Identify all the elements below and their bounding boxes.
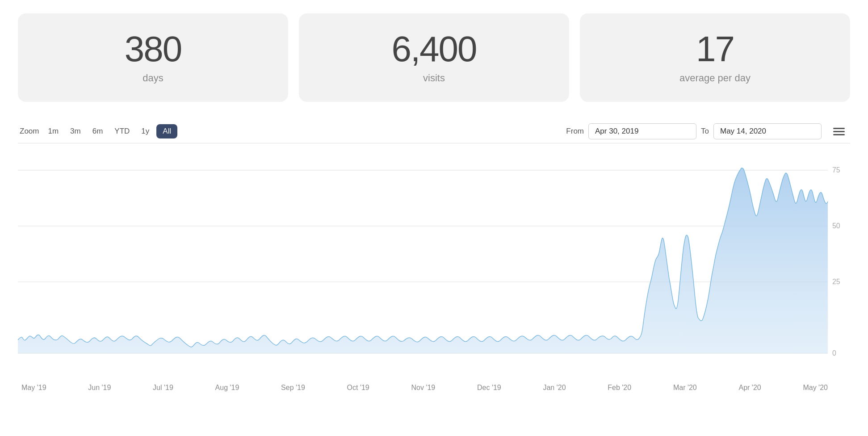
zoom-3m-button[interactable]: 3m — [66, 124, 85, 138]
x-label-dec19: Dec '19 — [477, 384, 501, 392]
x-label-jul19: Jul '19 — [153, 384, 173, 392]
x-label-nov19: Nov '19 — [411, 384, 436, 392]
from-date-input[interactable] — [588, 123, 696, 139]
date-range-controls: From To — [566, 123, 848, 139]
stat-cards: 380 days 6,400 visits 17 average per day — [18, 13, 850, 102]
x-label-aug19: Aug '19 — [215, 384, 239, 392]
svg-text:0: 0 — [832, 349, 836, 357]
stat-card-days: 380 days — [18, 13, 288, 102]
x-label-jan20: Jan '20 — [543, 384, 566, 392]
menu-line-1 — [833, 128, 845, 129]
stat-value-avg: 17 — [696, 31, 734, 67]
zoom-6m-button[interactable]: 6m — [88, 124, 108, 138]
x-label-oct19: Oct '19 — [347, 384, 369, 392]
x-label-may19: May '19 — [21, 384, 46, 392]
x-label-mar20: Mar '20 — [673, 384, 697, 392]
stat-card-visits: 6,400 visits — [299, 13, 569, 102]
svg-text:75: 75 — [832, 166, 840, 174]
x-label-may20: May '20 — [803, 384, 828, 392]
chart-controls: Zoom 1m 3m 6m YTD 1y All From To — [18, 123, 850, 139]
svg-text:25: 25 — [832, 278, 840, 285]
x-axis-labels: May '19 Jun '19 Jul '19 Aug '19 Sep '19 … — [18, 380, 850, 392]
chart-area: 75 50 25 0 — [18, 143, 850, 380]
stat-label-days: days — [143, 72, 163, 84]
zoom-ytd-button[interactable]: YTD — [110, 124, 134, 138]
zoom-label: Zoom — [20, 127, 39, 136]
stat-label-visits: visits — [423, 72, 445, 84]
stat-label-avg: average per day — [679, 72, 751, 84]
to-label: To — [701, 127, 709, 136]
svg-text:50: 50 — [832, 222, 840, 230]
stat-card-avg: 17 average per day — [580, 13, 850, 102]
zoom-1y-button[interactable]: 1y — [137, 124, 154, 138]
zoom-all-button[interactable]: All — [156, 124, 177, 138]
menu-button[interactable] — [830, 125, 848, 138]
page-wrapper: 380 days 6,400 visits 17 average per day… — [0, 0, 868, 405]
menu-line-2 — [833, 131, 845, 132]
x-label-jun19: Jun '19 — [88, 384, 111, 392]
stat-value-visits: 6,400 — [391, 31, 476, 67]
from-label: From — [566, 127, 584, 136]
zoom-1m-button[interactable]: 1m — [43, 124, 63, 138]
to-date-input[interactable] — [713, 123, 822, 139]
zoom-controls: Zoom 1m 3m 6m YTD 1y All — [20, 124, 177, 138]
menu-line-3 — [833, 134, 845, 135]
stat-value-days: 380 — [125, 31, 181, 67]
x-label-sep19: Sep '19 — [281, 384, 305, 392]
x-label-feb20: Feb '20 — [608, 384, 631, 392]
chart-svg: 75 50 25 0 — [18, 143, 850, 380]
x-label-apr20: Apr '20 — [739, 384, 761, 392]
